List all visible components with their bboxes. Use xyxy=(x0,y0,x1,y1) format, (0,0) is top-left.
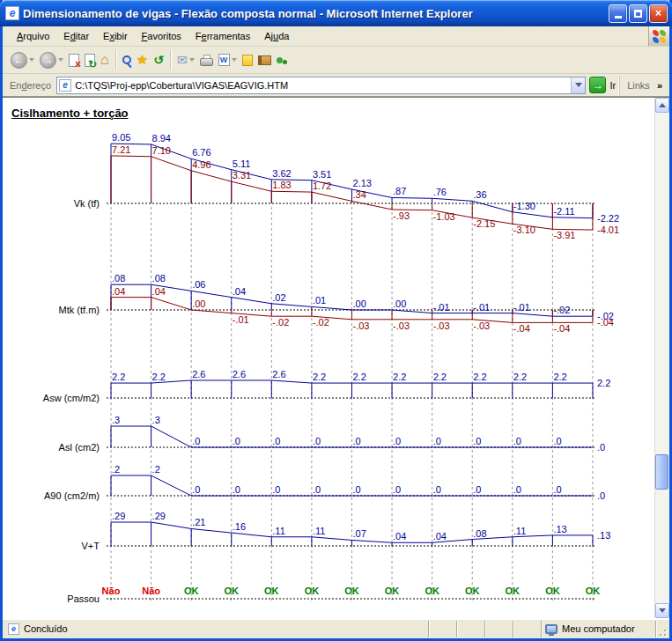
title-bar[interactable]: e Dimensionamento de vigas - Flexão comp… xyxy=(0,0,672,26)
value-label: .08 xyxy=(112,273,125,284)
check-status-label: OK xyxy=(506,586,521,596)
value-label: -3.91 xyxy=(553,230,575,240)
favorites-button[interactable]: ★ xyxy=(134,48,151,71)
mail-button[interactable]: ✉ xyxy=(174,48,197,71)
value-label: -.01 xyxy=(433,302,450,313)
value-label: 3.62 xyxy=(272,168,291,179)
value-label: .11 xyxy=(272,526,284,536)
value-label: .02 xyxy=(272,292,285,303)
resize-grip[interactable] xyxy=(656,621,668,637)
value-label: .3 xyxy=(112,415,120,425)
edit-with-word-button[interactable]: W xyxy=(216,48,240,71)
menu-item-exibir[interactable]: Exibir xyxy=(96,28,135,44)
print-icon xyxy=(200,58,213,66)
messenger-button[interactable] xyxy=(274,48,290,71)
value-label: .11 xyxy=(513,526,526,536)
check-status-label: OK xyxy=(184,586,199,596)
go-button[interactable]: → Ir xyxy=(589,77,616,93)
value-label: 3.31 xyxy=(233,170,251,181)
search-button[interactable] xyxy=(120,48,134,71)
status-pane xyxy=(485,621,513,637)
scrollbar-thumb[interactable] xyxy=(655,454,668,490)
page-title: Cislhamento + torção xyxy=(11,107,129,120)
toolbar-separator xyxy=(170,50,171,70)
favorites-icon: ★ xyxy=(137,52,148,68)
search-icon-handle xyxy=(126,63,131,68)
my-computer-icon xyxy=(545,624,558,634)
back-dropdown-icon[interactable] xyxy=(29,58,34,62)
value-label-edge: .0 xyxy=(597,490,605,501)
stop-button[interactable]: × xyxy=(66,48,82,71)
value-label: 5.11 xyxy=(233,158,251,169)
value-label: 8.94 xyxy=(152,133,171,144)
value-label: .0 xyxy=(553,484,561,495)
links-label: Links xyxy=(627,80,650,91)
value-label: 7.21 xyxy=(112,144,130,155)
value-label: -.01 xyxy=(513,302,530,313)
value-label: .08 xyxy=(473,528,486,539)
toolbar-separator xyxy=(115,50,116,70)
menu-bar: ArquivoEditarExibirFavoritosFerramentasA… xyxy=(3,26,669,47)
value-label: .11 xyxy=(313,526,325,536)
menu-item-ferramentas[interactable]: Ferramentas xyxy=(188,28,257,44)
value-label: .06 xyxy=(192,279,205,290)
menu-item-ajuda[interactable]: Ajuda xyxy=(257,28,296,44)
value-label: -.03 xyxy=(433,320,450,331)
window-title: Dimensionamento de vigas - Flexão compos… xyxy=(23,7,607,20)
value-label: .01 xyxy=(313,295,326,306)
history-button[interactable]: ↺ xyxy=(151,48,166,71)
value-label: .0 xyxy=(352,484,360,495)
book-icon xyxy=(258,55,271,65)
check-status-label: OK xyxy=(264,586,279,596)
value-label: .00 xyxy=(192,298,205,309)
address-dropdown-button[interactable] xyxy=(571,77,585,93)
edit-dropdown-icon[interactable] xyxy=(232,58,237,62)
value-label: .0 xyxy=(393,484,401,495)
forward-button[interactable]: → xyxy=(37,48,66,71)
links-chevron-icon[interactable]: » xyxy=(657,80,662,91)
menu-item-favoritos[interactable]: Favoritos xyxy=(135,28,188,44)
forward-dropdown-icon[interactable] xyxy=(58,58,63,62)
value-label: .04 xyxy=(393,531,406,542)
minimize-button[interactable] xyxy=(609,4,627,23)
refresh-icon: ↻ xyxy=(88,60,97,69)
value-label: 2.2 xyxy=(433,372,447,382)
value-label: .87 xyxy=(393,186,406,196)
discuss-button[interactable] xyxy=(240,48,255,71)
check-status-label: OK xyxy=(344,586,359,596)
value-label: .08 xyxy=(152,273,166,284)
scroll-down-button[interactable] xyxy=(655,603,669,618)
maximize-icon xyxy=(634,10,642,18)
value-label: .0 xyxy=(192,436,200,446)
mail-dropdown-icon[interactable] xyxy=(189,58,195,62)
print-button[interactable] xyxy=(197,48,216,71)
grip-dot xyxy=(664,630,666,631)
value-label: .0 xyxy=(393,436,401,446)
address-input[interactable] xyxy=(75,80,571,91)
page-favicon: e xyxy=(59,79,71,92)
scroll-up-button[interactable] xyxy=(655,98,669,113)
value-label: .0 xyxy=(272,484,280,495)
home-button[interactable]: ⌂ xyxy=(98,48,112,71)
scrollbar-track[interactable] xyxy=(655,113,669,603)
back-button[interactable]: ← xyxy=(8,48,37,71)
menu-item-editar[interactable]: Editar xyxy=(56,28,96,44)
value-label-edge: .0 xyxy=(597,442,605,453)
row-axis-label: Mtk (tf.m) xyxy=(59,305,100,315)
research-button[interactable] xyxy=(255,48,274,71)
value-label: .04 xyxy=(152,286,166,297)
check-status-label: OK xyxy=(545,586,560,596)
vertical-scrollbar[interactable] xyxy=(654,98,669,618)
mail-icon: ✉ xyxy=(177,53,188,67)
close-button[interactable]: × xyxy=(649,4,668,23)
refresh-button[interactable]: ↻ xyxy=(82,48,98,71)
value-label: .16 xyxy=(233,521,246,532)
value-label: 9.05 xyxy=(112,132,130,143)
address-combobox[interactable]: e xyxy=(56,77,586,94)
go-arrow-icon: → xyxy=(589,77,606,93)
row-axis-label: Asl (cm2) xyxy=(59,442,100,453)
maximize-button[interactable] xyxy=(629,4,647,23)
menu-item-arquivo[interactable]: Arquivo xyxy=(10,28,56,44)
value-label: 4.96 xyxy=(192,159,210,170)
links-toolbar[interactable]: Links » xyxy=(619,76,666,95)
